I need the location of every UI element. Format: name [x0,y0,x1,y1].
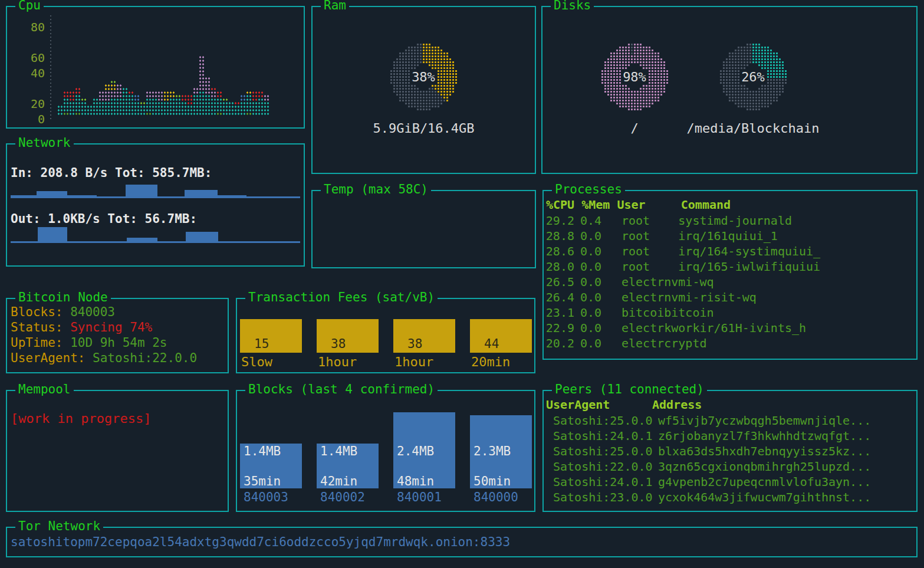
donut-dot [631,106,633,107]
donut-dot [452,76,454,78]
bitcoin-node-row: UpTime: 10D 9h 54m 2s [11,335,197,350]
panel-cpu: Cpu 806040200 [6,6,305,129]
donut-dot [628,88,630,90]
cpu-chart-column [240,94,246,116]
donut-dot [643,100,645,101]
donut-dot [411,100,413,101]
donut-dot [452,67,454,69]
donut-dot [625,64,627,66]
donut-dot [440,70,442,72]
donut-dot [657,91,659,93]
donut-dot [741,100,742,101]
donut-dot [637,94,639,96]
donut-dot [735,79,736,81]
donut-dot [735,100,736,101]
processes-table: 29.20.4root systimd-journald28.80.0root … [545,213,820,351]
donut-dot [402,82,404,84]
donut-dot [601,82,603,84]
donut-dot [405,88,407,90]
donut-dot [619,55,621,57]
donut-dot [779,91,781,93]
donut-dot [770,85,772,87]
donut-dot [604,91,606,93]
donut-dot [782,88,784,90]
donut-dot [764,50,766,51]
donut-dot [417,55,419,57]
block-height-number: 840001 [397,490,442,504]
donut-dot [399,58,401,60]
donut-dot [628,64,630,66]
donut-dot [432,55,433,57]
donut-dot [619,85,621,87]
donut-dot [764,88,766,90]
donut-dot [767,97,769,99]
donut-dot [607,91,609,93]
donut-dot [655,88,656,90]
donut-dot [726,70,728,72]
donut-dot [435,55,436,57]
donut-dot [411,103,413,104]
panel-disks-title: Disks [551,0,594,12]
donut-dot [405,50,407,51]
donut-dot [660,61,662,63]
cpu-chart-column [157,91,163,116]
process-row: 23.10.0bitcoibitcoin [545,305,820,320]
donut-dot [423,44,425,45]
donut-dot [655,79,656,81]
donut-dot [390,82,392,84]
donut-dot [761,103,763,104]
donut-dot [631,47,633,48]
donut-dot [408,55,410,57]
donut-dot [634,50,636,51]
donut-dot [735,50,736,51]
fee-cell: 381hour [393,299,455,372]
donut-dot [640,44,642,45]
block-size: 2.3MB [473,444,511,458]
donut-dot [747,91,748,93]
donut-dot [402,85,404,87]
donut-dot [755,55,757,57]
donut-dot [779,76,781,78]
disk-blockchain-donut: 26% [718,41,788,112]
donut-dot [601,70,603,72]
donut-dot [402,67,404,69]
cpu-y-axis-label: 80 [19,20,45,34]
block-size: 1.4MB [244,444,281,458]
process-cpu: 20.2 [545,336,574,351]
donut-dot [619,47,621,48]
donut-dot [423,50,425,51]
donut-dot [440,61,442,63]
donut-dot [625,58,627,60]
donut-dot [749,61,751,63]
donut-dot [443,79,445,81]
donut-dot [758,55,760,57]
donut-dot [438,106,439,107]
donut-dot [649,52,650,54]
donut-dot [755,91,757,93]
donut-dot [738,106,739,107]
donut-dot [770,88,772,90]
donut-dot [443,58,445,60]
donut-dot [625,88,627,90]
donut-dot [744,55,745,57]
donut-dot [660,79,662,81]
donut-dot [741,97,742,99]
donut-dot [408,100,410,101]
donut-dot [649,88,650,90]
donut-dot [732,79,734,81]
donut-dot [420,52,422,54]
donut-dot [735,76,736,78]
network-bar-segment [246,196,300,198]
donut-dot [446,52,448,54]
donut-dot [758,64,760,66]
donut-dot [640,100,642,101]
donut-dot [767,106,769,107]
donut-dot [776,88,778,90]
donut-dot [726,67,728,69]
donut-dot [723,91,725,93]
donut-dot [738,50,739,51]
network-bar-segment [67,195,96,198]
donut-dot [423,109,425,110]
donut-dot [625,94,627,96]
donut-dot [607,82,609,84]
